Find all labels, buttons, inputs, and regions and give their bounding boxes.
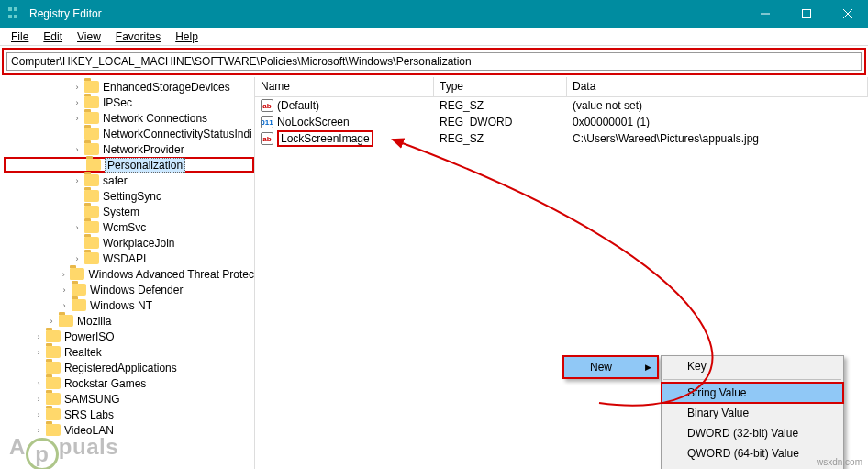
string-value-icon: ab [261,132,273,145]
folder-icon [84,206,99,218]
tree-item-label: SRS Labs [64,408,114,421]
expand-icon [72,207,83,218]
context-menu-new[interactable]: New ▶ [564,357,657,377]
tree-item[interactable]: NetworkConnectivityStatusIndi [4,126,254,141]
folder-icon [84,221,99,233]
folder-icon [72,284,86,296]
tree-item[interactable]: Personalization [4,157,254,173]
svg-rect-1 [802,10,810,18]
expand-icon [72,128,83,140]
submenu-key[interactable]: Key [662,356,843,376]
tree-item-label: Realtek [64,346,102,359]
folder-icon [84,96,99,108]
expand-icon[interactable]: › [33,409,44,420]
minimize-button[interactable] [744,0,785,28]
expand-icon[interactable]: › [33,378,44,389]
tree-item[interactable]: ›Rockstar Games [4,375,254,391]
tree-item[interactable]: WorkplaceJoin [4,235,254,251]
column-data[interactable]: Data [567,77,868,96]
tree-item[interactable]: ›SAMSUNG [4,391,254,407]
tree-item-label: SAMSUNG [64,393,120,406]
watermark-circle-icon: p [26,438,59,469]
expand-icon[interactable]: › [33,347,44,358]
menu-edit[interactable]: Edit [36,28,70,45]
column-name[interactable]: Name [255,77,434,96]
value-data: 0x00000001 (1) [567,116,868,128]
expand-icon [72,238,83,249]
tree-item[interactable]: ›Windows Defender [4,282,254,297]
menu-view[interactable]: View [70,28,108,45]
tree-item[interactable]: ›NetworkProvider [4,141,254,157]
context-menu: New ▶ [562,355,659,379]
tree-item-label: Windows Defender [90,284,183,296]
folder-icon [46,393,61,405]
expand-icon[interactable]: › [72,97,83,108]
tree-item-label: WorkplaceJoin [103,237,174,250]
tree-item-label: System [103,206,139,218]
tree-item[interactable]: ›IPSec [4,95,254,110]
expand-icon[interactable]: › [72,222,83,233]
tree-item[interactable]: ›safer [4,173,254,188]
expand-icon[interactable]: › [72,113,83,124]
menu-help[interactable]: Help [168,28,206,45]
folder-icon [59,315,73,327]
expand-icon[interactable]: › [72,175,83,186]
address-input[interactable] [6,52,862,71]
list-row[interactable]: abLockScreenImageREG_SZC:\Users\Wareed\P… [255,130,868,147]
tree-item-label: IPSec [103,96,132,109]
menu-favorites[interactable]: Favorites [108,28,168,45]
tree-item[interactable]: RegisteredApplications [4,360,254,375]
list-row[interactable]: ab(Default)REG_SZ(value not set) [255,97,868,114]
tree-item[interactable]: ›Windows Advanced Threat Protec [4,266,254,282]
expand-icon[interactable]: › [59,285,70,296]
watermark: Appuals [0,430,118,463]
value-name: LockScreenImage [277,130,373,147]
tree-item[interactable]: ›Windows NT [4,297,254,313]
tree-item[interactable]: ›WcmSvc [4,219,254,235]
list-header: Name Type Data [255,77,868,97]
window-title: Registry Editor [29,7,744,20]
tree-item-label: WcmSvc [103,221,146,234]
tree-item[interactable]: SettingSync [4,188,254,204]
value-name: NoLockScreen [277,116,350,128]
folder-icon [46,362,61,374]
folder-icon [86,159,101,171]
string-value-icon: ab [261,99,273,112]
tree-item[interactable]: ›EnhancedStorageDevices [4,79,254,95]
maximize-button[interactable] [785,0,827,28]
submenu-string-value[interactable]: String Value [662,383,843,403]
folder-icon [84,81,99,93]
tree-pane[interactable]: ›EnhancedStorageDevices›IPSec›Network Co… [0,77,255,469]
expand-icon[interactable]: › [72,253,83,264]
addressbar-highlight [2,48,866,75]
tree-item[interactable]: System [4,204,254,219]
tree-item[interactable]: ›Network Connections [4,110,254,126]
menu-file[interactable]: File [4,28,36,45]
tree-item[interactable]: ›Realtek [4,344,254,360]
folder-icon [84,112,99,124]
expand-icon[interactable]: › [72,82,83,93]
tree-item-label: Windows Advanced Threat Protec [88,268,254,281]
list-row[interactable]: 011NoLockScreenREG_DWORD0x00000001 (1) [255,114,868,130]
tree-item[interactable]: ›Mozilla [4,313,254,329]
expand-icon[interactable]: › [33,394,44,405]
submenu-arrow-icon: ▶ [645,363,651,372]
tree-item-label: safer [103,174,128,187]
tree-item[interactable]: ›SRS Labs [4,407,254,422]
value-name: (Default) [277,99,319,112]
expand-icon[interactable]: › [59,269,68,280]
folder-icon [46,346,61,358]
submenu-binary-value[interactable]: Binary Value [662,403,843,423]
expand-icon[interactable]: › [72,144,83,155]
menu-separator [663,379,841,380]
expand-icon[interactable]: › [46,316,57,327]
folder-icon [84,237,99,249]
expand-icon[interactable]: › [59,300,70,311]
close-button[interactable] [827,0,868,28]
expand-icon[interactable]: › [33,331,44,342]
column-type[interactable]: Type [434,77,567,96]
submenu-dword-value[interactable]: DWORD (32-bit) Value [662,423,843,443]
tree-item-label: PowerISO [64,330,115,343]
tree-item[interactable]: ›WSDAPI [4,251,254,266]
tree-item[interactable]: ›PowerISO [4,329,254,344]
